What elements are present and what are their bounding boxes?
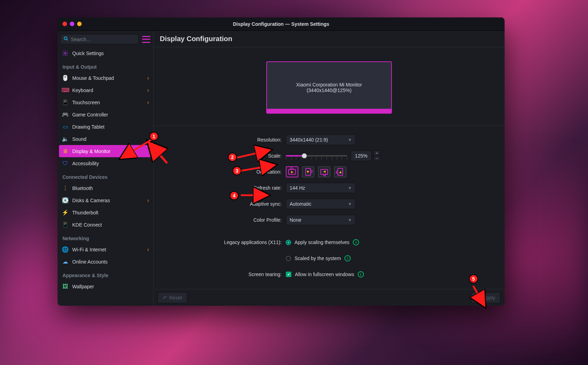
chevron-right-icon: › <box>147 99 149 106</box>
sidebar-item-label: Quick Settings <box>72 51 104 56</box>
caret-down-icon: ▼ <box>348 218 352 222</box>
sidebar-item-touchscreen[interactable]: 📱Touchscreen› <box>58 96 153 108</box>
speaker-icon: 🔈 <box>62 136 69 143</box>
window-close-button[interactable] <box>62 22 67 26</box>
sidebar-item-label: Accessibility <box>72 161 99 166</box>
reset-label: Reset <box>169 295 182 301</box>
touchscreen-icon: 📱 <box>62 99 69 106</box>
info-icon[interactable]: i <box>358 271 364 277</box>
sidebar-item-label: Wi-Fi & Internet <box>72 247 106 252</box>
scale-step-down[interactable]: − <box>374 156 380 161</box>
page-title: Display Configuration <box>160 35 232 43</box>
sidebar-item-label: KDE Connect <box>72 222 102 228</box>
orientation-right-button[interactable]: ▶ <box>334 166 347 177</box>
refresh-value: 144 Hz <box>290 185 305 191</box>
sidebar-item-sound[interactable]: 🔈Sound <box>58 133 153 145</box>
orientation-inverted-button[interactable]: ▶ <box>318 166 330 177</box>
adaptive-select[interactable]: Automatic ▼ <box>286 199 356 209</box>
bluetooth-icon: ⋮ <box>62 185 69 192</box>
scale-label: Scale: <box>162 153 286 159</box>
sidebar-item-keyboard[interactable]: ⌨Keyboard› <box>58 84 153 96</box>
settings-window: Display Configuration — System Settings … <box>58 17 505 306</box>
sidebar-section-connected: Connected Devices <box>58 169 153 182</box>
sidebar-item-online-accounts[interactable]: ☁Online Accounts <box>58 256 153 268</box>
monitor-name: Xiaomi Corporation Mi Monitor <box>296 82 362 88</box>
info-icon[interactable]: i <box>353 239 359 245</box>
monitor-preview[interactable]: Xiaomi Corporation Mi Monitor (3440x1440… <box>266 61 392 114</box>
gear-icon <box>62 50 69 57</box>
caret-down-icon: ▼ <box>348 202 352 206</box>
reset-button[interactable]: ↶ Reset <box>158 292 187 303</box>
window-minimize-button[interactable] <box>70 22 74 26</box>
sidebar-item-thunderbolt[interactable]: ⚡Thunderbolt <box>58 206 153 219</box>
tablet-icon: ▭ <box>62 123 69 130</box>
legacy-radio-system[interactable] <box>286 256 291 261</box>
sidebar-item-label: Disks & Cameras <box>72 198 110 203</box>
legacy-radio-themselves[interactable] <box>286 240 291 245</box>
monitor-mode: (3440x1440@125%) <box>307 88 352 93</box>
adaptive-label: Adaptive sync: <box>162 201 286 207</box>
window-maximize-button[interactable] <box>77 22 82 26</box>
resolution-label: Resolution: <box>162 137 286 143</box>
info-icon[interactable]: i <box>344 255 351 261</box>
tearing-checkbox[interactable]: ✔ <box>286 272 291 277</box>
sidebar-item-label: Touchscreen <box>72 100 100 105</box>
orientation-left-button[interactable]: ▶ <box>302 166 314 177</box>
sidebar-item-wallpaper[interactable]: 🖼Wallpaper <box>58 280 153 292</box>
sidebar-item-label: Display & Monitor <box>72 149 111 154</box>
orientation-normal-button[interactable]: ▶ <box>286 166 298 177</box>
scale-spinbox[interactable]: 125% <box>351 151 372 161</box>
sidebar-item-label: Bluetooth <box>72 185 93 191</box>
sidebar-item-bluetooth[interactable]: ⋮Bluetooth <box>58 182 153 194</box>
color-value: None <box>290 217 301 223</box>
sidebar-item-mouse[interactable]: 🖱️Mouse & Touchpad› <box>58 72 153 84</box>
sidebar-item-label: Online Accounts <box>72 259 107 265</box>
sidebar-item-display-monitor[interactable]: 🖥Display & Monitor <box>59 145 152 157</box>
sidebar-item-quick-settings[interactable]: Quick Settings <box>58 47 153 59</box>
adaptive-value: Automatic <box>290 201 311 207</box>
titlebar: Display Configuration — System Settings <box>58 17 505 31</box>
accessibility-icon: 🛡 <box>62 160 69 167</box>
tearing-label: Screen tearing: <box>162 272 286 277</box>
thunderbolt-icon: ⚡ <box>62 209 69 216</box>
sidebar-item-drawingtablet[interactable]: ▭Drawing Tablet <box>58 121 153 133</box>
legacy-opt2-label: Scaled by the system <box>295 256 341 261</box>
resolution-select[interactable]: 3440x1440 (21:9) ▼ <box>286 135 356 145</box>
chevron-right-icon: › <box>147 246 149 253</box>
tearing-opt-label: Allow in fullscreen windows <box>295 272 354 277</box>
undo-icon: ↶ <box>163 295 167 301</box>
sidebar-item-label: Thunderbolt <box>72 210 98 215</box>
sidebar-item-label: Sound <box>72 136 86 142</box>
sidebar-item-gamecontroller[interactable]: 🎮Game Controller <box>58 108 153 121</box>
image-icon: 🖼 <box>62 283 69 290</box>
sidebar-section-appearance: Appearance & Style <box>58 268 153 280</box>
sidebar-item-label: Keyboard <box>72 88 93 93</box>
scale-step-up[interactable]: + <box>374 151 380 156</box>
window-title: Display Configuration — System Settings <box>58 21 505 27</box>
svg-line-1 <box>67 39 68 40</box>
scale-slider[interactable] <box>286 151 347 161</box>
hamburger-menu-button[interactable] <box>142 36 150 43</box>
chevron-right-icon: › <box>147 87 149 93</box>
chevron-right-icon: › <box>147 75 149 81</box>
sidebar-item-kdeconnect[interactable]: 📱KDE Connect <box>58 219 153 231</box>
legacy-opt1-label: Apply scaling themselves <box>295 239 349 245</box>
search-input[interactable]: Search… <box>60 34 139 44</box>
mouse-icon: 🖱️ <box>62 75 69 82</box>
sidebar-item-accessibility[interactable]: 🛡Accessibility <box>58 157 153 169</box>
color-select[interactable]: None ▼ <box>286 215 356 225</box>
refresh-label: Refresh rate: <box>162 185 286 191</box>
legacy-label: Legacy applications (X11): <box>162 239 286 245</box>
sidebar-item-wifi[interactable]: 🌐Wi-Fi & Internet› <box>58 243 153 256</box>
resolution-value: 3440x1440 (21:9) <box>290 137 328 143</box>
gamepad-icon: 🎮 <box>62 111 69 118</box>
apply-button[interactable]: ✔ Apply <box>471 292 500 303</box>
orientation-label: Orientation: <box>162 169 286 175</box>
refresh-select[interactable]: 144 Hz ▼ <box>286 183 356 193</box>
caret-down-icon: ▼ <box>348 138 352 142</box>
search-placeholder: Search… <box>71 37 91 42</box>
chevron-right-icon: › <box>147 197 149 204</box>
content-area: Xiaomi Corporation Mi Monitor (3440x1440… <box>154 47 505 306</box>
sidebar-item-disks[interactable]: 💽Disks & Cameras› <box>58 194 153 206</box>
svg-point-0 <box>64 37 67 40</box>
